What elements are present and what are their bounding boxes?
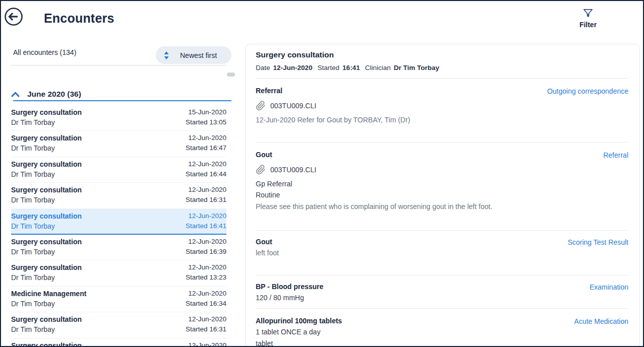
detail-section-medication: Allopurinol 100mg tablets Acute Medicati…	[256, 309, 628, 347]
encounter-list-item[interactable]: Medicine ManagementDr Tim Torbay 12-Jun-…	[11, 287, 226, 312]
date-label: Date	[256, 64, 270, 72]
sort-arrows-icon	[164, 51, 169, 59]
clinician-value: Dr Tim Torbay	[394, 64, 439, 72]
attachment-filename: 003TU009.CLI	[270, 166, 316, 174]
encounter-date: 12-Jun-2020	[186, 263, 226, 272]
encounter-date: 12-Jun-2020	[188, 341, 226, 347]
section-title: Allopurinol 100mg tablets	[256, 317, 342, 325]
detail-section-referral: Referral Outgoing correspondence 003TU00…	[256, 79, 628, 143]
month-group-label: June 2020 (36)	[27, 90, 81, 99]
encounter-list-item[interactable]: Surgery consultationDr Tim Torbay 12-Jun…	[11, 183, 226, 209]
encounter-title: Surgery consultation	[11, 341, 82, 347]
encounters-window: Encounters Filter All encounters (134) N…	[0, 0, 644, 347]
encounter-date: 12-Jun-2020	[186, 212, 226, 221]
paperclip-icon	[256, 165, 266, 175]
encounter-clinician: Dr Tim Torbay	[11, 325, 82, 334]
encounter-date: 12-Jun-2020	[186, 160, 226, 169]
encounter-list-item[interactable]: Surgery consultationDr Tim Torbay 12-Jun…	[11, 157, 226, 183]
chevron-up-icon	[11, 92, 20, 97]
month-group-header[interactable]: June 2020 (36)	[11, 87, 231, 102]
encounter-clinician: Dr Tim Torbay	[11, 222, 82, 231]
section-text: Routine	[256, 190, 628, 200]
date-value: 12-Jun-2020	[273, 64, 313, 72]
section-text: 1 tablet ONCE a day	[256, 327, 628, 337]
encounter-started: Started 16:44	[186, 170, 226, 179]
section-title: Gout	[256, 238, 272, 246]
encounter-started: Started 13:23	[186, 273, 226, 282]
filter-funnel-icon	[582, 8, 594, 19]
list-header-divider	[11, 65, 226, 65]
all-encounters-count: All encounters (134)	[13, 48, 76, 56]
list-scrollbar-thumb[interactable]	[227, 73, 235, 77]
encounter-list-item[interactable]: Surgery consultationDr Tim Torbay 15-Jun…	[11, 105, 226, 131]
encounter-date: 12-Jun-2020	[186, 289, 226, 298]
section-title: Gout	[256, 151, 272, 159]
detail-section-gout-referral: Gout Referral 003TU009.CLI Gp Referral R…	[256, 143, 628, 231]
encounter-started: Started 16:47	[186, 144, 226, 153]
sort-order-button[interactable]: Newest first	[156, 46, 231, 64]
section-type-link[interactable]: Acute Medication	[574, 317, 628, 326]
encounter-started: Started 13:05	[186, 118, 226, 127]
back-button[interactable]	[4, 7, 23, 26]
encounter-title: Medicine Management	[11, 289, 86, 298]
encounter-date: 15-Jun-2020	[186, 108, 226, 117]
encounter-list-item[interactable]: Surgery consultationDr Tim Torbay 12-Jun…	[11, 312, 226, 338]
clinician-label: Clinician	[365, 64, 391, 72]
encounter-clinician: Dr Tim Torbay	[11, 299, 86, 308]
filter-button[interactable]: Filter	[574, 8, 602, 32]
attachment-row[interactable]: 003TU009.CLI	[256, 101, 628, 111]
detail-section-blood-pressure: BP - Blood pressure Examination 120 / 80…	[256, 275, 628, 309]
encounter-date: 12-Jun-2020	[186, 237, 226, 246]
detail-meta-row: Date12-Jun-2020 Started16:41 ClinicianDr…	[256, 64, 628, 79]
attachment-row[interactable]: 003TU009.CLI	[256, 165, 628, 175]
encounter-clinician: Dr Tim Torbay	[11, 195, 82, 204]
encounter-list-item[interactable]: Surgery consultationDr Tim Torbay 12-Jun…	[11, 131, 226, 157]
section-text: Gp Referral	[256, 179, 628, 189]
section-text: left foot	[256, 248, 628, 258]
encounter-detail-panel: Surgery consultation Date12-Jun-2020 Sta…	[245, 44, 640, 347]
filter-label: Filter	[579, 21, 597, 29]
section-text: 12-Jun-2020 Refer for Gout by TORBAY, Ti…	[256, 115, 628, 125]
detail-section-gout-scoring: Gout Scoring Test Result left foot	[256, 231, 628, 275]
encounter-title: Surgery consultation	[11, 108, 82, 117]
sort-order-label: Newest first	[180, 51, 217, 59]
section-text: Please see this patient who is complaini…	[256, 202, 628, 212]
encounter-title: Surgery consultation	[11, 263, 82, 272]
encounter-started: Started 16:39	[186, 247, 226, 256]
encounter-list-item[interactable]: Surgery consultationDr Tim Torbay 12-Jun…	[11, 260, 226, 286]
encounter-date: 12-Jun-2020	[186, 315, 226, 324]
encounter-title: Surgery consultation	[11, 237, 82, 246]
encounter-started: Started 16:41	[186, 222, 226, 231]
encounter-title: Surgery consultation	[11, 185, 82, 194]
encounter-started: Started 16:31	[186, 195, 226, 204]
encounter-started: Started 16:34	[186, 299, 226, 308]
detail-title: Surgery consultation	[256, 50, 628, 59]
started-label: Started	[318, 64, 340, 72]
encounter-list-item[interactable]: Surgery consultation 12-Jun-2020	[11, 338, 226, 347]
paperclip-icon	[256, 101, 266, 111]
encounter-list-item[interactable]: Surgery consultationDr Tim Torbay 12-Jun…	[11, 235, 226, 260]
back-arrow-icon	[4, 7, 23, 26]
encounter-list-item-selected[interactable]: Surgery consultationDr Tim Torbay 12-Jun…	[11, 209, 226, 235]
section-type-link[interactable]: Scoring Test Result	[568, 238, 628, 247]
attachment-filename: 003TU009.CLI	[270, 102, 316, 110]
encounter-title: Surgery consultation	[11, 160, 82, 169]
encounter-clinician: Dr Tim Torbay	[11, 144, 82, 153]
section-title: Referral	[256, 87, 282, 95]
section-type-link[interactable]: Outgoing correspondence	[547, 87, 628, 96]
encounter-title: Surgery consultation	[11, 315, 82, 324]
section-text: 120 / 80 mmHg	[256, 293, 628, 303]
encounter-date: 12-Jun-2020	[186, 133, 226, 143]
encounter-list: Surgery consultationDr Tim Torbay 15-Jun…	[11, 105, 226, 347]
encounter-clinician: Dr Tim Torbay	[11, 273, 82, 282]
section-title: BP - Blood pressure	[256, 283, 323, 291]
encounter-date: 12-Jun-2020	[186, 185, 226, 194]
started-value: 16:41	[342, 64, 360, 72]
section-type-link[interactable]: Examination	[590, 283, 628, 292]
encounter-title: Surgery consultation	[11, 133, 82, 143]
encounter-clinician: Dr Tim Torbay	[11, 247, 82, 256]
month-group-underline	[13, 100, 231, 101]
section-type-link[interactable]: Referral	[603, 151, 628, 160]
encounter-title: Surgery consultation	[11, 212, 82, 221]
page-title: Encounters	[44, 11, 114, 26]
